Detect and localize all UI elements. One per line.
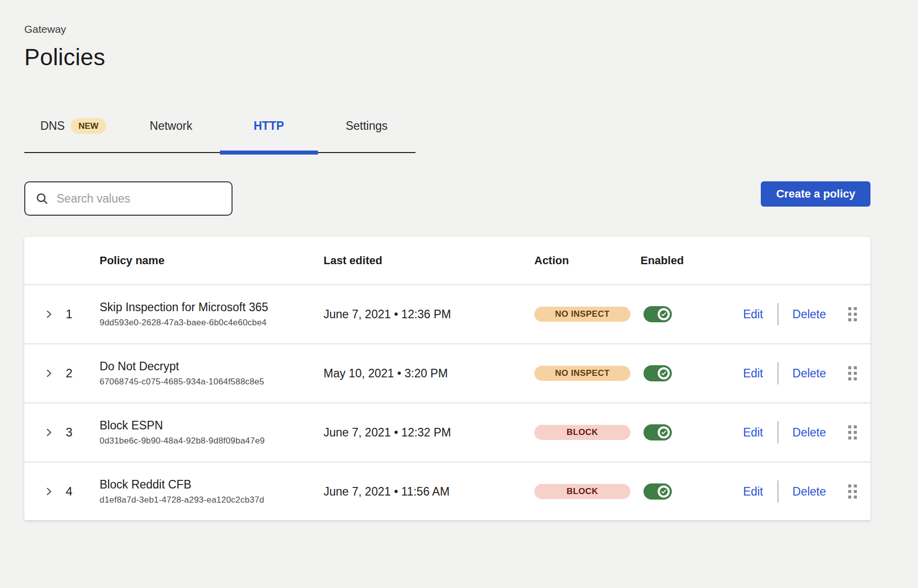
policy-id: 9dd593e0-2628-47a3-baee-6b0c4e60cbe4 (100, 318, 324, 328)
table-row: 2 Do Not Decrypt 67068745-c075-4685-934a… (24, 343, 870, 402)
expand-chevron-icon[interactable] (44, 310, 54, 319)
breadcrumb: Gateway (24, 23, 895, 35)
tab-http[interactable]: HTTP (220, 118, 318, 152)
last-edited: May 10, 2021 • 3:20 PM (324, 367, 534, 380)
row-number: 3 (66, 425, 72, 439)
header-action: Action (534, 254, 640, 267)
policy-id: 0d31be6c-9b90-48a4-92b8-9d8f09ba47e9 (100, 436, 324, 446)
row-lead-cell: 1 (24, 307, 100, 321)
enabled-cell (640, 306, 716, 322)
policy-name: Do Not Decrypt (100, 360, 324, 373)
expand-chevron-icon[interactable] (44, 428, 54, 437)
table-row: 1 Skip Inspection for Microsoft 365 9dd5… (24, 284, 870, 343)
action-badge: NO INSPECT (534, 307, 630, 322)
check-circle-icon (659, 487, 668, 496)
row-lead-cell: 3 (24, 425, 100, 439)
gateway-policies-page: Gateway Policies DNS NEW Network HTTP Se… (0, 0, 895, 520)
action-badge: BLOCK (534, 484, 630, 499)
action-badge: BLOCK (534, 425, 630, 440)
enabled-cell (640, 424, 716, 440)
policy-name-cell: Skip Inspection for Microsoft 365 9dd593… (100, 301, 324, 328)
policy-name: Skip Inspection for Microsoft 365 (100, 301, 324, 314)
enabled-toggle[interactable] (644, 483, 672, 500)
tab-network[interactable]: Network (122, 118, 220, 152)
check-circle-icon (659, 310, 668, 319)
toggle-knob (658, 308, 670, 320)
policy-name-cell: Do Not Decrypt 67068745-c075-4685-934a-1… (100, 360, 324, 387)
action-cell: BLOCK (534, 425, 640, 440)
toggle-knob (658, 426, 670, 438)
vertical-divider (777, 303, 778, 325)
policy-name: Block ESPN (100, 419, 324, 432)
enabled-cell (640, 365, 716, 381)
page-title: Policies (24, 43, 895, 71)
edit-link[interactable]: Edit (743, 367, 763, 380)
tab-http-label: HTTP (254, 119, 284, 133)
table-header-row: Policy name Last edited Action Enabled (24, 237, 870, 284)
search-input[interactable] (57, 192, 221, 206)
row-actions-cell: Edit Delete (716, 362, 870, 384)
enabled-cell (640, 483, 716, 500)
vertical-divider (777, 421, 778, 444)
vertical-divider (777, 362, 778, 384)
row-lead-cell: 4 (24, 484, 100, 499)
drag-handle-icon[interactable] (848, 425, 857, 439)
edit-link[interactable]: Edit (743, 308, 763, 321)
tab-settings-label: Settings (346, 119, 388, 133)
expand-chevron-icon[interactable] (44, 369, 54, 378)
last-edited: June 7, 2021 • 12:36 PM (324, 308, 534, 321)
tab-dns-label: DNS (40, 119, 65, 133)
action-cell: NO INSPECT (534, 366, 640, 381)
policy-name-cell: Block Reddit CFB d1ef8a7d-3eb1-4728-a293… (100, 478, 324, 505)
last-edited: June 7, 2021 • 11:56 AM (324, 485, 534, 499)
header-last-edited: Last edited (324, 254, 534, 267)
tab-bar: DNS NEW Network HTTP Settings (24, 118, 416, 153)
check-circle-icon (659, 428, 668, 437)
delete-link[interactable]: Delete (793, 426, 826, 439)
policy-id: d1ef8a7d-3eb1-4728-a293-ea120c2cb37d (100, 495, 324, 505)
last-edited: June 7, 2021 • 12:32 PM (324, 426, 534, 439)
policy-table-body: 1 Skip Inspection for Microsoft 365 9dd5… (24, 284, 870, 520)
header-enabled: Enabled (640, 254, 716, 267)
enabled-toggle[interactable] (644, 424, 672, 440)
tab-dns[interactable]: DNS NEW (24, 118, 122, 152)
policy-id: 67068745-c075-4685-934a-1064f588c8e5 (100, 377, 324, 387)
toggle-knob (658, 367, 670, 379)
search-box[interactable] (24, 181, 233, 216)
enabled-toggle[interactable] (644, 306, 672, 322)
drag-handle-icon[interactable] (848, 307, 857, 321)
expand-chevron-icon[interactable] (44, 487, 54, 496)
action-cell: BLOCK (534, 484, 640, 499)
header-policy-name: Policy name (100, 254, 324, 267)
row-actions-cell: Edit Delete (716, 421, 870, 444)
policy-name: Block Reddit CFB (100, 478, 324, 492)
create-policy-button[interactable]: Create a policy (761, 181, 870, 207)
policy-name-cell: Block ESPN 0d31be6c-9b90-48a4-92b8-9d8f0… (100, 419, 324, 446)
search-icon (35, 192, 49, 205)
delete-link[interactable]: Delete (793, 308, 826, 321)
delete-link[interactable]: Delete (793, 485, 826, 499)
edit-link[interactable]: Edit (743, 485, 763, 499)
row-number: 4 (66, 484, 72, 499)
action-badge: NO INSPECT (534, 366, 630, 381)
drag-handle-icon[interactable] (848, 366, 857, 380)
row-actions-cell: Edit Delete (716, 303, 870, 325)
action-cell: NO INSPECT (534, 307, 640, 322)
table-row: 4 Block Reddit CFB d1ef8a7d-3eb1-4728-a2… (24, 461, 870, 520)
table-row: 3 Block ESPN 0d31be6c-9b90-48a4-92b8-9d8… (24, 402, 870, 461)
tab-settings[interactable]: Settings (318, 118, 416, 152)
edit-link[interactable]: Edit (743, 426, 763, 439)
enabled-toggle[interactable] (644, 365, 672, 381)
tab-network-label: Network (150, 119, 192, 133)
policy-table: Policy name Last edited Action Enabled 1… (24, 237, 870, 520)
toggle-knob (658, 485, 670, 498)
row-number: 2 (66, 366, 72, 380)
row-actions-cell: Edit Delete (716, 480, 870, 503)
toolbar: Create a policy (24, 181, 870, 216)
new-badge: NEW (71, 118, 106, 134)
row-number: 1 (66, 307, 72, 321)
vertical-divider (777, 480, 778, 503)
check-circle-icon (659, 369, 668, 378)
drag-handle-icon[interactable] (848, 484, 857, 499)
delete-link[interactable]: Delete (793, 367, 826, 380)
